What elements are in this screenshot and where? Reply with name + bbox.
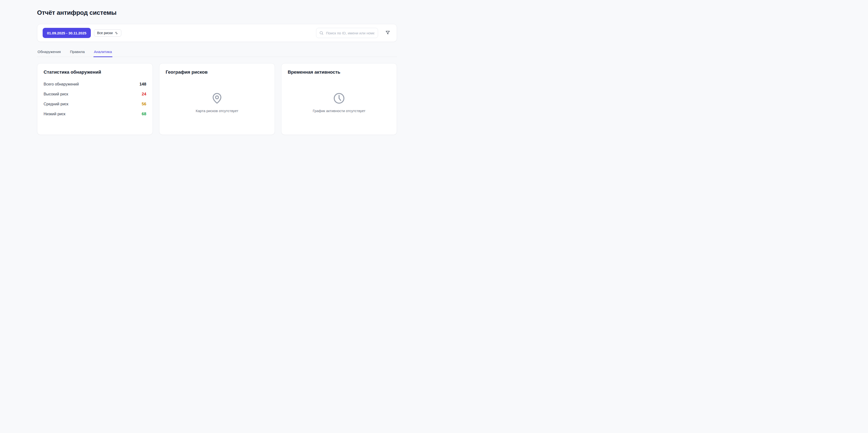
- risk-geography-card: География рисков Карта рисков отсутствуе…: [159, 63, 275, 135]
- filter-bar: 01.09.2025 - 30.11.2025 Все риски: [37, 24, 397, 42]
- stats-list: Всего обнаружений 148 Высокий риск 24 Ср…: [43, 79, 146, 119]
- clock-icon: [333, 93, 345, 105]
- detection-stats-card: Статистика обнаружений Всего обнаружений…: [37, 63, 153, 135]
- stat-row-high-risk: Высокий риск 24: [43, 89, 146, 99]
- geography-empty-state: Карта рисков отсутствует: [166, 75, 268, 129]
- stat-label: Низкий риск: [43, 112, 65, 116]
- card-title: География рисков: [166, 69, 268, 75]
- risk-filter-select[interactable]: Все риски: [94, 29, 122, 37]
- stat-label: Всего обнаружений: [43, 82, 79, 87]
- page-title: Отчёт антифрод системы: [37, 9, 397, 17]
- chevrons-up-down-icon: [115, 31, 118, 35]
- stat-label: Высокий риск: [43, 92, 68, 96]
- search-field: [316, 28, 378, 38]
- activity-empty-state: График активности отсутствует: [288, 75, 391, 129]
- card-title: Статистика обнаружений: [43, 69, 146, 75]
- stat-row-low-risk: Низкий риск 68: [43, 109, 146, 119]
- empty-state-text: График активности отсутствует: [313, 109, 366, 113]
- stat-value: 68: [142, 112, 146, 117]
- report-page: Отчёт антифрод системы 01.09.2025 - 30.1…: [37, 0, 397, 135]
- tab-bar: Обнаружения Правила Аналитика: [37, 49, 397, 57]
- search-input[interactable]: [326, 31, 375, 35]
- tab-detections[interactable]: Обнаружения: [37, 49, 61, 57]
- map-pin-icon: [211, 93, 223, 105]
- funnel-icon: [385, 30, 391, 36]
- tab-analytics[interactable]: Аналитика: [93, 49, 113, 57]
- analytics-cards: Статистика обнаружений Всего обнаружений…: [37, 63, 397, 135]
- date-range-button[interactable]: 01.09.2025 - 30.11.2025: [42, 28, 91, 38]
- tab-rules[interactable]: Правила: [69, 49, 85, 57]
- stat-value: 56: [142, 102, 146, 106]
- empty-state-text: Карта рисков отсутствует: [196, 109, 238, 113]
- stat-row-medium-risk: Средний риск 56: [43, 99, 146, 109]
- card-title: Временная активность: [288, 69, 391, 75]
- stat-label: Средний риск: [43, 102, 68, 106]
- time-activity-card: Временная активность График активности о…: [281, 63, 397, 135]
- stat-value: 24: [142, 92, 146, 97]
- filter-button[interactable]: [384, 29, 392, 37]
- search-icon: [319, 31, 323, 35]
- risk-filter-value: Все риски: [97, 31, 113, 35]
- stat-value: 148: [140, 82, 146, 87]
- stat-row-total: Всего обнаружений 148: [43, 79, 146, 89]
